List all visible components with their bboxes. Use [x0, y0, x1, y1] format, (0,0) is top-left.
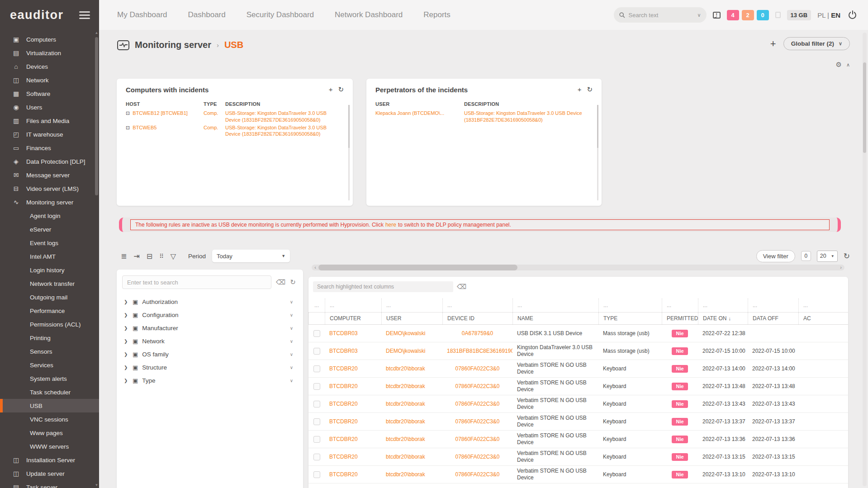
top-nav-item[interactable]: Reports [423, 10, 451, 19]
refresh-table-icon[interactable]: ↻ [844, 251, 850, 261]
warning-here-link[interactable]: here [385, 222, 396, 228]
table-row[interactable]: BTCDBR20 btcdbr20\bborak 07860FA022C3&0 … [308, 431, 848, 448]
tree-node[interactable]: ❯ ▣ OS family ∨ [122, 348, 298, 361]
global-search-input[interactable]: Search text ∨ [614, 7, 707, 23]
add-widget-icon[interactable]: + [329, 86, 333, 93]
cell-device-id[interactable]: 07860FA022C3&0 [442, 381, 512, 391]
sidebar-item-network[interactable]: ◫Network [0, 73, 99, 87]
table-search-input[interactable] [313, 281, 453, 292]
scrollbar-thumb[interactable] [318, 265, 517, 270]
collapse-chevron-icon[interactable]: ∨ [290, 352, 293, 357]
row-checkbox[interactable] [313, 436, 320, 443]
column-header[interactable] [308, 313, 325, 324]
sidebar-item-message-server[interactable]: ✉Message server [0, 168, 99, 182]
column-filter[interactable]: ... [512, 298, 598, 312]
column-header[interactable]: TYPE [598, 313, 662, 324]
column-filter[interactable]: ... [662, 298, 698, 312]
scroll-up-icon[interactable]: ▲ [95, 31, 99, 35]
clear-icon[interactable]: ⌫ [276, 278, 285, 286]
row-checkbox[interactable] [313, 365, 320, 372]
sidebar-scrollbar[interactable]: ▲ ▼ [95, 31, 99, 487]
cell-device-id[interactable]: 07860FA022C3&0 [442, 469, 512, 479]
global-filter-button[interactable]: Global filter (2) ∨ [783, 37, 850, 50]
column-filter[interactable]: ... [325, 298, 381, 312]
column-header[interactable]: AC [798, 313, 848, 324]
cell-user[interactable]: btcdbr20\bborak [381, 399, 442, 409]
sidebar-item-it-warehouse[interactable]: ◰IT warehouse [0, 128, 99, 141]
column-filter[interactable]: ... [442, 298, 512, 312]
column-header[interactable]: DATA OFF [748, 313, 798, 324]
row-checkbox[interactable] [313, 348, 320, 355]
sidebar-item-computers[interactable]: ▣Computers [0, 33, 99, 46]
cell-computer[interactable]: BTCDBR20 [325, 364, 381, 374]
column-header[interactable]: PERMITTED [662, 313, 698, 324]
sidebar-item-permissions-acl[interactable]: Permissions (ACL) [0, 317, 99, 331]
sidebar-item-users[interactable]: ◉Users [0, 100, 99, 114]
refresh-icon[interactable]: ↻ [338, 86, 344, 93]
row-checkbox[interactable] [313, 383, 320, 390]
scroll-down-icon[interactable]: ▼ [95, 483, 99, 487]
tree-node[interactable]: ❯ ▣ Type ∨ [122, 374, 298, 387]
cell-device-id[interactable]: 07860FA022C3&0 [442, 452, 512, 462]
scroll-right-icon[interactable]: › [837, 265, 844, 270]
sidebar-item-agent-login[interactable]: Agent login [0, 209, 99, 223]
sidebar-item-task-server[interactable]: ▤Task server [0, 480, 99, 488]
tree-node[interactable]: ❯ ▣ Structure ∨ [122, 361, 298, 374]
cell-user[interactable]: btcdbr20\bborak [381, 381, 442, 391]
clear-icon[interactable]: ⌫ [457, 283, 466, 291]
refresh-icon[interactable]: ↻ [587, 86, 593, 93]
top-nav-item[interactable]: Security Dashboard [247, 10, 314, 19]
perpetrator-user-link[interactable]: Klepacka Joann (BTCDEMO\... [375, 110, 464, 123]
sidebar-item-network-transfer[interactable]: Network transfer [0, 277, 99, 290]
count-badge[interactable]: 2 [742, 10, 754, 20]
sidebar-item-software[interactable]: ▦Software [0, 87, 99, 100]
tree-node[interactable]: ❯ ▣ Manufacturer ∨ [122, 322, 298, 335]
row-checkbox[interactable] [313, 401, 320, 407]
table-row[interactable]: BTCDBR20 btcdbr20\bborak 07860FA022C3&0 … [308, 395, 848, 413]
table-row[interactable]: BTCDBR20 btcdbr20\bborak 07860FA022C3&0 … [308, 448, 848, 466]
top-nav-item[interactable]: Dashboard [188, 10, 226, 19]
cell-device-id[interactable]: 07860FA022C3&0 [442, 364, 512, 374]
table-row[interactable]: BTCDBR20 btcdbr20\bborak 07860FA022C3&0 … [308, 466, 848, 483]
expand-chevron-icon[interactable]: ❯ [124, 352, 128, 357]
cell-user[interactable]: btcdbr20\bborak [381, 434, 442, 444]
print-icon[interactable]: ⊟ [147, 252, 152, 261]
count-badge[interactable]: 4 [727, 10, 739, 20]
panel-scrollbar[interactable] [348, 105, 350, 200]
sidebar-item-www-servers[interactable]: WWW servers [0, 440, 99, 453]
horizontal-scrollbar[interactable]: ‹ › [312, 265, 844, 270]
collapse-chevron-icon[interactable]: ∨ [290, 365, 293, 370]
cell-computer[interactable]: BTCDBR03 [325, 328, 381, 338]
column-filter[interactable]: ... [798, 298, 848, 312]
tree-search-input[interactable] [122, 275, 271, 289]
filter-funnel-icon[interactable]: ▽ [171, 252, 176, 261]
sort-icon[interactable]: ↓ [728, 316, 731, 321]
expand-chevron-icon[interactable]: ❯ [124, 339, 128, 344]
settings-gear-icon[interactable]: ⚙ [835, 61, 841, 69]
sidebar-item-outgoing-mail[interactable]: Outgoing mail [0, 290, 99, 304]
period-select[interactable]: Today ▼ [212, 250, 290, 262]
export-icon[interactable]: ⇥ [133, 252, 139, 261]
panel-scrollbar[interactable] [597, 105, 598, 200]
add-widget-icon[interactable]: + [578, 86, 582, 93]
collapse-chevron-icon[interactable]: ∨ [290, 339, 293, 344]
scrollbar-thumb[interactable] [863, 62, 866, 153]
sidebar-item-virtualization[interactable]: ▤Virtualization [0, 46, 99, 60]
cell-computer[interactable]: BTCDBR20 [325, 452, 381, 462]
sidebar-item-update-server[interactable]: ◫Update server [0, 467, 99, 480]
tree-node[interactable]: ❯ ▣ Network ∨ [122, 335, 298, 348]
cell-device-id[interactable]: 07860FA022C3&0 [442, 399, 512, 409]
sidebar-item-eserver[interactable]: eServer [0, 223, 99, 236]
breadcrumb-section[interactable]: Monitoring server [135, 40, 211, 50]
view-filter-button[interactable]: View filter [756, 250, 795, 262]
table-row[interactable]: BTCDBR20 btcdbr20\bborak 07860FA022C3&0 … [308, 378, 848, 395]
sidebar-item-system-alerts[interactable]: System alerts [0, 372, 99, 385]
refresh-icon[interactable]: ↻ [290, 278, 296, 286]
cell-user[interactable]: btcdbr20\bborak [381, 417, 442, 426]
collapse-chevron-icon[interactable]: ∨ [290, 299, 293, 304]
table-row[interactable]: BTCDBR03 DEMO\jkowalski 0A678759&0 USB D… [308, 325, 848, 342]
collapse-chevron-icon[interactable]: ∨ [290, 378, 293, 383]
add-button[interactable]: + [770, 39, 776, 49]
table-row[interactable]: BTCDBR20 btcdbr20\bborak 07860FA022C3&0 … [308, 413, 848, 431]
column-header[interactable]: COMPUTER [325, 313, 381, 324]
